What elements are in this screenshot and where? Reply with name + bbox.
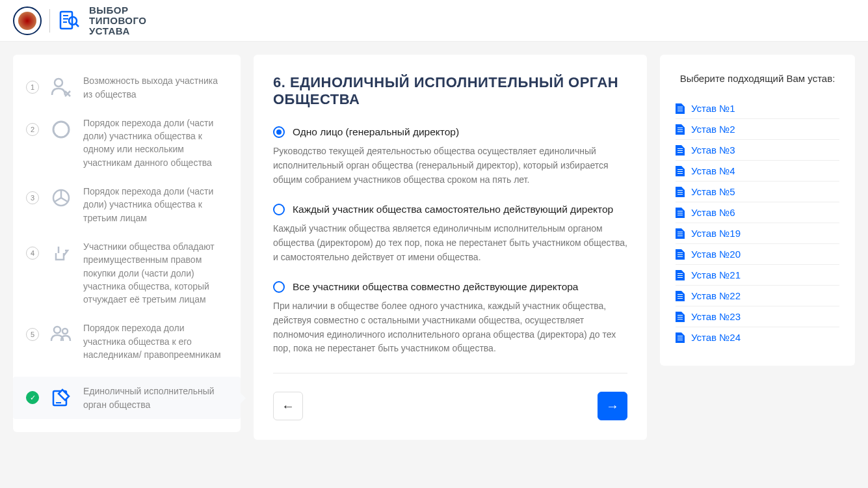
document-icon <box>676 208 685 218</box>
document-icon <box>676 270 685 280</box>
step-text: Порядок перехода доли (части доли) участ… <box>83 185 228 224</box>
charter-link[interactable]: Устав №24 <box>676 327 839 347</box>
step-badge: 3 <box>26 191 39 204</box>
option-label: Одно лицо (генеральный директор) <box>293 126 459 138</box>
svg-rect-0 <box>60 12 72 29</box>
logo-divider <box>49 9 50 33</box>
document-icon <box>676 249 685 260</box>
charter-link[interactable]: Устав №1 <box>676 98 839 119</box>
option-label: Все участники общества совместно действу… <box>293 281 579 293</box>
charter-link-label: Устав №21 <box>691 269 741 280</box>
page-title: 6. ЕДИНОЛИЧНЫЙ ИСПОЛНИТЕЛЬНЫЙ ОРГАН ОБЩЕ… <box>273 74 627 108</box>
sidebar-step-1[interactable]: 1Возможность выхода участника из обществ… <box>26 74 228 101</box>
step-text: Возможность выхода участника из общества <box>83 74 228 101</box>
charter-link[interactable]: Устав №4 <box>676 161 839 182</box>
charter-link[interactable]: Устав №20 <box>676 244 839 265</box>
sidebar-step-2[interactable]: 2Порядок перехода доли (части доли) учас… <box>26 116 228 169</box>
step-badge: 1 <box>26 81 39 94</box>
header-title: ВЫБОР ТИПОВОГО УСТАВА <box>89 5 147 36</box>
step-icon <box>48 240 74 266</box>
rightbar: Выберите подходящий Вам устав: Устав №1У… <box>660 55 855 366</box>
svg-point-6 <box>55 79 62 87</box>
document-icon <box>676 187 685 197</box>
option-description: Руководство текущей деятельностью общест… <box>273 144 627 187</box>
document-search-icon <box>58 9 81 33</box>
step-icon <box>48 185 74 211</box>
document-icon <box>676 166 685 176</box>
charter-link-label: Устав №4 <box>691 165 735 176</box>
step-icon <box>48 74 74 100</box>
charter-link-label: Устав №3 <box>691 144 735 156</box>
charter-link-label: Устав №24 <box>691 332 741 343</box>
arrow-right-icon: → <box>606 399 619 414</box>
radio-icon <box>273 281 285 293</box>
charter-link-label: Устав №19 <box>691 228 741 239</box>
document-icon <box>676 228 685 239</box>
charter-link[interactable]: Устав №22 <box>676 286 839 306</box>
step-badge: 5 <box>26 328 39 341</box>
svg-line-12 <box>61 198 68 202</box>
option-2: Каждый участник общества самостоятельно … <box>273 204 627 264</box>
option-radio-row[interactable]: Одно лицо (генеральный директор) <box>273 126 627 138</box>
header: ВЫБОР ТИПОВОГО УСТАВА <box>0 0 868 42</box>
radio-icon <box>273 126 285 138</box>
sidebar: 1Возможность выхода участника из обществ… <box>13 55 241 432</box>
charter-link[interactable]: Устав №5 <box>676 182 839 202</box>
step-icon <box>48 321 74 347</box>
charter-link-label: Устав №2 <box>691 124 735 135</box>
step-badge-done: ✓ <box>26 391 39 404</box>
arrow-left-icon: ← <box>282 399 295 414</box>
document-icon <box>676 332 685 343</box>
document-icon <box>676 103 685 114</box>
svg-point-16 <box>62 329 68 334</box>
step-text: Участники общества обладают преимуществе… <box>83 240 228 306</box>
step-badge: 2 <box>26 123 39 136</box>
option-radio-row[interactable]: Все участники общества совместно действу… <box>273 281 627 293</box>
back-button[interactable]: ← <box>273 392 303 420</box>
option-description: Каждый участник общества является единол… <box>273 222 627 264</box>
charter-link-label: Устав №1 <box>691 103 735 114</box>
charter-link[interactable]: Устав №2 <box>676 119 839 140</box>
sidebar-step-6[interactable]: ✓Единоличный исполнительный орган общест… <box>13 377 241 419</box>
divider <box>273 373 627 373</box>
sidebar-step-3[interactable]: 3Порядок перехода доли (части доли) учас… <box>26 185 228 224</box>
document-icon <box>676 291 685 301</box>
sidebar-step-4[interactable]: 4Участники общества обладают преимуществ… <box>26 240 228 306</box>
charter-link[interactable]: Устав №19 <box>676 223 839 244</box>
step-text: Порядок перехода доли участника общества… <box>83 321 228 361</box>
nav-row: ← → <box>273 392 627 420</box>
option-description: При наличии в обществе более одного учас… <box>273 299 627 356</box>
document-icon <box>676 145 685 156</box>
step-text: Единоличный исполнительный орган обществ… <box>83 385 228 411</box>
option-3: Все участники общества совместно действу… <box>273 281 627 356</box>
option-label: Каждый участник общества самостоятельно … <box>293 204 613 215</box>
document-icon <box>676 312 685 322</box>
step-text: Порядок перехода доли (части доли) участ… <box>83 116 228 169</box>
document-icon <box>676 124 685 135</box>
charter-link-label: Устав №20 <box>691 249 741 260</box>
charter-link[interactable]: Устав №21 <box>676 265 839 286</box>
step-icon <box>48 116 74 142</box>
svg-line-5 <box>75 23 79 27</box>
content-panel: 6. ЕДИНОЛИЧНЫЙ ИСПОЛНИТЕЛЬНЫЙ ОРГАН ОБЩЕ… <box>254 55 647 440</box>
charter-link[interactable]: Устав №23 <box>676 306 839 327</box>
charter-link[interactable]: Устав №3 <box>676 140 839 161</box>
charter-link-label: Устав №23 <box>691 311 741 322</box>
rightbar-title: Выберите подходящий Вам устав: <box>676 73 839 84</box>
charter-link-label: Устав №6 <box>691 207 735 218</box>
radio-icon <box>273 204 285 215</box>
step-badge: 4 <box>26 247 39 260</box>
charter-link-label: Устав №22 <box>691 290 741 301</box>
option-radio-row[interactable]: Каждый участник общества самостоятельно … <box>273 204 627 215</box>
svg-line-13 <box>55 198 61 202</box>
charter-link[interactable]: Устав №6 <box>676 202 839 223</box>
svg-point-9 <box>53 122 69 137</box>
sidebar-step-5[interactable]: 5Порядок перехода доли участника обществ… <box>26 321 228 361</box>
option-1: Одно лицо (генеральный директор)Руководс… <box>273 126 627 187</box>
step-icon <box>48 385 74 411</box>
main-layout: 1Возможность выхода участника из обществ… <box>0 42 868 453</box>
svg-point-15 <box>54 327 60 333</box>
emblem-logo <box>13 7 42 35</box>
charter-link-label: Устав №5 <box>691 186 735 197</box>
next-button[interactable]: → <box>598 392 627 420</box>
